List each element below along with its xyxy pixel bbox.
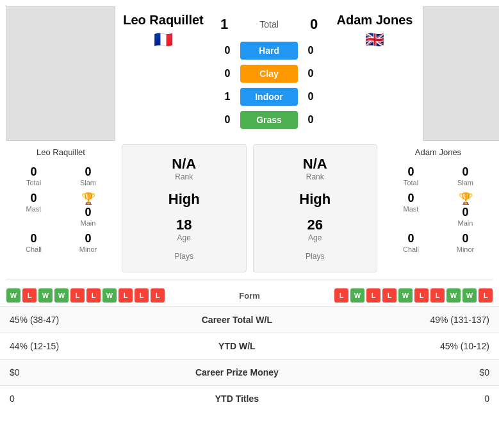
- form-label: Form: [211, 291, 288, 301]
- left-trophy-cell: 🏆 0 Main: [61, 190, 115, 229]
- career-stat-right-0: 49% (131-137): [301, 307, 499, 333]
- left-total-val: 0: [6, 165, 61, 179]
- score-header: 1 Total 0: [211, 6, 327, 36]
- right-total-val: 0: [384, 165, 438, 179]
- surface-btn-grass[interactable]: Grass: [240, 111, 298, 129]
- right-age: 26 Age: [307, 217, 323, 242]
- surface-row-clay: 0 Clay 0: [211, 62, 327, 85]
- right-rank-val: N/A: [303, 156, 327, 172]
- left-age-label: Age: [176, 233, 192, 242]
- form-badges-right: LWLLWLLWWL: [288, 288, 493, 303]
- center-section: 1 Total 0 0 Hard 0 0 Clay 0 1 Indoor 0 0…: [211, 6, 327, 131]
- left-chall-val: 0: [6, 232, 61, 245]
- right-form-badge-3: L: [382, 288, 397, 303]
- right-slam-cell: 0 Slam: [438, 163, 493, 188]
- career-stat-row-2: $0 Career Prize Money $0: [0, 360, 499, 386]
- surface-row-grass: 0 Grass 0: [211, 108, 327, 131]
- right-mast-val: 0: [384, 192, 438, 205]
- right-form-badge-2: L: [366, 288, 380, 303]
- right-age-label: Age: [307, 233, 323, 242]
- left-minor-cell: 0 Minor: [61, 230, 115, 255]
- career-stats-table: 45% (38-47) Career Total W/L 49% (131-13…: [0, 306, 499, 411]
- left-chall-cell: 0 Chall: [6, 230, 61, 255]
- left-chall-label: Chall: [6, 245, 61, 253]
- right-stats-grid: 0 Total 0 Slam 0 Mast 🏆 0 Main 0: [384, 160, 493, 258]
- left-rank: N/A Rank: [172, 156, 196, 181]
- surface-score-right-3: 0: [298, 114, 323, 126]
- right-center-stats-box: N/A Rank High 26 Age Plays: [253, 144, 378, 272]
- surface-btn-hard[interactable]: Hard: [240, 42, 298, 60]
- surface-row-indoor: 1 Indoor 0: [211, 85, 327, 108]
- surface-score-right-0: 0: [298, 45, 323, 56]
- right-player-name: Adam Jones: [334, 6, 416, 31]
- left-form-badge-5: L: [86, 288, 101, 303]
- right-form-badge-7: W: [446, 288, 461, 303]
- surface-btn-indoor[interactable]: Indoor: [240, 88, 298, 106]
- right-level: High: [299, 191, 331, 208]
- left-form-badge-4: L: [70, 288, 85, 303]
- left-total-label: Total: [6, 179, 61, 187]
- surface-row-hard: 0 Hard 0: [211, 39, 327, 62]
- right-form-badge-4: W: [398, 288, 413, 303]
- career-stat-left-3: 0: [0, 386, 173, 412]
- career-stat-row-3: 0 YTD Titles 0: [0, 386, 499, 412]
- right-trophy-cell: 🏆 0 Main: [438, 190, 493, 229]
- left-player-flag: 🇫🇷: [154, 31, 173, 49]
- form-badges-left: WLWWLLWLLL: [6, 288, 211, 303]
- left-center-stats-box: N/A Rank High 18 Age Plays: [122, 144, 247, 272]
- surface-rows: 0 Hard 0 0 Clay 0 1 Indoor 0 0 Grass 0: [211, 39, 327, 131]
- career-stat-label-1: YTD W/L: [173, 333, 301, 360]
- left-form-badge-9: L: [151, 288, 165, 303]
- players-section: Leo Raquillet 🇫🇷 1 Total 0 0 Hard 0 0 Cl…: [0, 0, 499, 141]
- left-rank-val: N/A: [172, 156, 196, 172]
- surface-score-left-3: 0: [215, 114, 240, 126]
- left-age-val: 18: [176, 217, 192, 233]
- left-rank-label: Rank: [172, 172, 196, 181]
- career-stat-label-3: YTD Titles: [173, 386, 301, 412]
- left-mast-val: 0: [6, 192, 61, 205]
- left-total-cell: 0 Total: [6, 163, 61, 188]
- career-stat-left-2: $0: [0, 360, 173, 386]
- career-stat-left-0: 45% (38-47): [0, 307, 173, 333]
- career-stat-row-1: 44% (12-15) YTD W/L 45% (10-12): [0, 333, 499, 360]
- left-slam-label: Slam: [61, 179, 115, 187]
- left-slam-val: 0: [61, 165, 115, 179]
- stats-row: Leo Raquillet 0 Total 0 Slam 0 Mast 🏆 0: [0, 144, 499, 272]
- right-form-badge-6: L: [430, 288, 445, 303]
- right-slam-label: Slam: [438, 179, 493, 187]
- right-main-val: 0: [462, 206, 468, 219]
- surface-btn-clay[interactable]: Clay: [240, 65, 298, 83]
- right-mast-cell: 0 Mast: [384, 190, 438, 229]
- form-row: WLWWLLWLLL Form LWLLWLLWWL: [6, 285, 493, 306]
- right-trophy-icon: 🏆: [459, 192, 473, 206]
- surface-score-left-1: 0: [215, 68, 240, 79]
- left-minor-val: 0: [61, 232, 115, 245]
- surface-score-left-2: 1: [215, 91, 240, 103]
- left-trophy-icon: 🏆: [81, 192, 95, 206]
- match-container: Leo Raquillet 🇫🇷 1 Total 0 0 Hard 0 0 Cl…: [0, 0, 499, 411]
- surface-score-right-2: 0: [298, 91, 323, 103]
- right-minor-label: Minor: [438, 245, 493, 253]
- career-stat-left-1: 44% (12-15): [0, 333, 173, 360]
- left-age: 18 Age: [176, 217, 192, 242]
- total-label: Total: [237, 19, 301, 29]
- left-slam-cell: 0 Slam: [61, 163, 115, 188]
- right-total-label: Total: [384, 179, 438, 187]
- left-player-info: Leo Raquillet 🇫🇷: [115, 6, 211, 52]
- left-mast-label: Mast: [6, 205, 61, 213]
- left-plays: Plays: [175, 252, 193, 261]
- left-player-name: Leo Raquillet: [120, 6, 207, 31]
- left-mast-cell: 0 Mast: [6, 190, 61, 229]
- career-stat-label-0: Career Total W/L: [173, 307, 301, 333]
- right-chall-label: Chall: [384, 245, 438, 253]
- right-minor-cell: 0 Minor: [438, 230, 493, 255]
- right-rank-label: Rank: [303, 172, 327, 181]
- right-main-label: Main: [458, 219, 473, 227]
- left-main-label: Main: [81, 219, 96, 227]
- career-stat-right-1: 45% (10-12): [301, 333, 499, 360]
- total-score-left: 1: [211, 16, 237, 33]
- right-form-badge-1: W: [350, 288, 364, 303]
- left-form-badge-7: L: [119, 288, 133, 303]
- form-section: WLWWLLWLLL Form LWLLWLLWWL: [6, 279, 493, 306]
- left-stats-container: Leo Raquillet 0 Total 0 Slam 0 Mast 🏆 0: [6, 144, 115, 272]
